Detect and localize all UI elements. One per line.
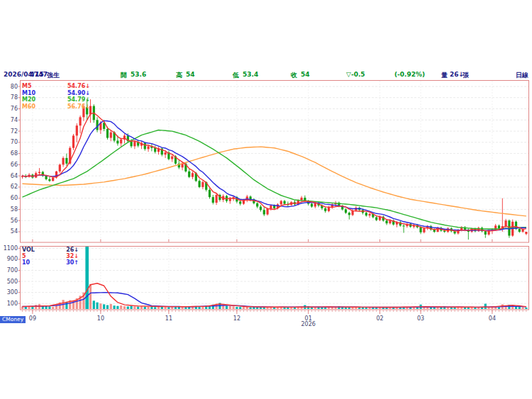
volume-bar [52, 307, 54, 309]
price-axis-label: 60 [11, 195, 18, 201]
volume-bar [270, 308, 272, 309]
vol-legend-row-1: 5 32↓ [22, 253, 79, 259]
candle-body [212, 197, 214, 203]
price-axis-label: 58 [11, 206, 18, 213]
legend-value: 30↑ [66, 259, 79, 266]
candle-body [519, 229, 521, 232]
candle-body [188, 172, 190, 177]
candle-body [348, 213, 350, 215]
volume-bar [110, 304, 112, 309]
volume-bar [116, 306, 118, 309]
volume-bar [239, 307, 241, 309]
legend-value: 56.76↓ [67, 103, 90, 110]
legend-label: M60 [22, 103, 35, 110]
price-axis-label: 64 [11, 173, 18, 179]
volume-bar [165, 307, 167, 309]
volume-bar [140, 306, 143, 309]
price-axis-label: 62 [11, 184, 18, 190]
vol-legend-row-0: VOL 26↓ [22, 247, 79, 253]
volume-bar [352, 308, 354, 309]
price-axis-label: 80 [11, 84, 18, 90]
legend-value: 54.76↓ [67, 83, 90, 89]
volume-bar [199, 307, 201, 309]
candle-body [525, 232, 527, 234]
candle-body [133, 142, 135, 146]
volume-bar [229, 306, 231, 309]
volume-bar [233, 306, 235, 309]
cmoney-watermark: CMoney [0, 316, 26, 323]
candle-body [239, 201, 241, 203]
volume-bar [250, 307, 252, 309]
x-axis-year-label: 2026 [301, 321, 316, 327]
price-axis-label: 68 [11, 150, 18, 157]
volume-bar [209, 306, 211, 309]
candle-body [256, 203, 258, 207]
volume-bar [89, 284, 92, 309]
volume-bar [260, 308, 262, 309]
volume-bar [144, 307, 146, 309]
candle-body [52, 178, 54, 181]
volume-bar [123, 306, 126, 309]
candle-body [386, 220, 388, 223]
candle-body [209, 190, 211, 197]
candle-body [345, 209, 347, 213]
candle-body [403, 225, 405, 226]
vol-legend-row-2: 10 30↑ [22, 259, 79, 266]
candle-body [216, 195, 218, 203]
candle-body [284, 201, 286, 204]
x-axis-label: 04 [489, 315, 496, 322]
candle-body [59, 164, 61, 171]
price-axis-label: 74 [11, 117, 18, 123]
legend-label: 10 [22, 259, 30, 266]
volume-bar [93, 300, 95, 309]
candle-body [106, 129, 109, 138]
price-axis-label: 76 [11, 106, 18, 112]
candle-body [199, 181, 201, 187]
legend-label: M5 [22, 83, 32, 89]
candle-body [484, 231, 487, 235]
volume-bar [157, 307, 160, 309]
price-axis-label: 54 [11, 228, 18, 235]
candle-body [498, 225, 500, 228]
candle-body [171, 157, 173, 159]
volume-axis-label: 500 [7, 279, 18, 285]
volume-bar [85, 246, 89, 309]
candle-body [369, 214, 371, 215]
x-axis-label: 11 [165, 315, 172, 322]
candle-body [365, 213, 367, 215]
price-axis-label: 70 [11, 139, 18, 145]
volume-bar [150, 307, 153, 309]
candle-body [79, 117, 82, 125]
candle-body [192, 173, 194, 177]
candle-body [443, 230, 445, 232]
candle-body [120, 140, 122, 144]
candle-body [38, 172, 40, 174]
volume-bar [131, 306, 133, 309]
volume-bar [133, 306, 135, 309]
stock-chart-canvas[interactable]: 5456586062646668707274767880100300500700… [0, 0, 532, 333]
candle-body [505, 220, 507, 226]
candle-body [201, 182, 204, 187]
candle-body [65, 158, 67, 164]
candle-body [375, 217, 377, 220]
legend-value: 54.90↓ [67, 90, 90, 96]
volume-bar [226, 305, 228, 309]
candle-body [270, 206, 272, 209]
volume-bar [167, 307, 170, 309]
ma5-line [23, 113, 526, 231]
legend-label: M10 [22, 90, 35, 96]
volume-bar [96, 303, 99, 309]
volume-bar [103, 304, 105, 309]
volume-axis-label: 700 [7, 267, 18, 274]
volume-bar [148, 306, 150, 309]
candle-body [423, 228, 425, 232]
candle-body [165, 152, 167, 154]
x-axis-label: 03 [417, 315, 424, 322]
candle-body [45, 176, 48, 179]
x-axis-label: 02 [376, 315, 383, 322]
price-axis-label: 66 [11, 162, 18, 168]
volume-bar [454, 308, 456, 309]
main-legend-row-0: M5 54.76↓ [22, 83, 90, 89]
candle-body [48, 179, 50, 181]
volume-bar [48, 306, 50, 309]
